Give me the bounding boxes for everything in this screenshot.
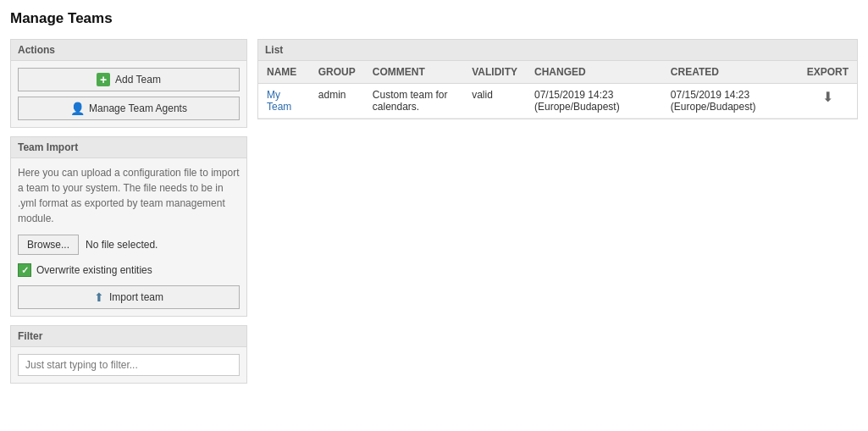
- cell-changed: 07/15/2019 14:23 (Europe/Budapest): [526, 84, 662, 119]
- actions-header: Actions: [11, 40, 246, 61]
- team-import-content: Here you can upload a configuration file…: [11, 158, 246, 316]
- filter-header: Filter: [11, 326, 246, 347]
- cell-group: admin: [310, 84, 364, 119]
- left-panel: Actions + Add Team 👤 Manage Team Agents …: [10, 39, 247, 384]
- overwrite-checkbox-row: Overwrite existing entities: [18, 263, 240, 277]
- table-body: My TeamadminCustom team for calendars.va…: [258, 84, 857, 119]
- col-comment: COMMENT: [364, 61, 463, 84]
- team-name-link[interactable]: My Team: [267, 89, 291, 113]
- actions-section: Actions + Add Team 👤 Manage Team Agents: [10, 39, 247, 128]
- list-section: List NAME GROUP COMMENT VALIDITY CHANGED…: [257, 39, 858, 119]
- add-team-button[interactable]: + Add Team: [18, 68, 240, 91]
- main-layout: Actions + Add Team 👤 Manage Team Agents …: [10, 39, 858, 384]
- right-panel: List NAME GROUP COMMENT VALIDITY CHANGED…: [257, 39, 858, 119]
- plus-icon: +: [97, 73, 110, 86]
- cell-created: 07/15/2019 14:23 (Europe/Budapest): [662, 84, 799, 119]
- col-validity: VALIDITY: [463, 61, 526, 84]
- col-created: CREATED: [662, 61, 799, 84]
- file-input-row: Browse... No file selected.: [18, 235, 240, 255]
- cell-name: My Team: [258, 84, 310, 119]
- col-group: GROUP: [310, 61, 364, 84]
- team-import-section: Team Import Here you can upload a config…: [10, 136, 247, 317]
- col-changed: CHANGED: [526, 61, 662, 84]
- add-team-label: Add Team: [115, 74, 161, 86]
- overwrite-label: Overwrite existing entities: [36, 264, 152, 276]
- table-row: My TeamadminCustom team for calendars.va…: [258, 84, 857, 119]
- list-header: List: [258, 40, 857, 61]
- table-header-row: NAME GROUP COMMENT VALIDITY CHANGED CREA…: [258, 61, 857, 84]
- no-file-text: No file selected.: [86, 239, 158, 251]
- cell-comment: Custom team for calendars.: [364, 84, 463, 119]
- person-icon: 👤: [70, 102, 84, 115]
- manage-agents-button[interactable]: 👤 Manage Team Agents: [18, 97, 240, 120]
- upload-icon: ⬆: [94, 290, 104, 304]
- filter-content: [11, 347, 246, 383]
- data-table: NAME GROUP COMMENT VALIDITY CHANGED CREA…: [258, 61, 857, 119]
- team-import-header: Team Import: [11, 137, 246, 158]
- team-import-description: Here you can upload a configuration file…: [18, 165, 240, 226]
- table-head: NAME GROUP COMMENT VALIDITY CHANGED CREA…: [258, 61, 857, 84]
- download-icon[interactable]: ⬇: [807, 89, 849, 105]
- actions-content: + Add Team 👤 Manage Team Agents: [11, 61, 246, 127]
- filter-section: Filter: [10, 325, 247, 384]
- cell-export: ⬇: [799, 84, 857, 119]
- page-title: Manage Teams: [10, 10, 858, 27]
- list-content: NAME GROUP COMMENT VALIDITY CHANGED CREA…: [258, 61, 857, 119]
- filter-input[interactable]: [18, 354, 240, 376]
- cell-validity: valid: [463, 84, 526, 119]
- manage-agents-label: Manage Team Agents: [89, 102, 187, 114]
- col-export: EXPORT: [799, 61, 857, 84]
- browse-button[interactable]: Browse...: [18, 235, 79, 255]
- overwrite-checkbox[interactable]: [18, 263, 31, 277]
- col-name: NAME: [258, 61, 310, 84]
- import-team-label: Import team: [109, 291, 163, 303]
- import-team-button[interactable]: ⬆ Import team: [18, 285, 240, 309]
